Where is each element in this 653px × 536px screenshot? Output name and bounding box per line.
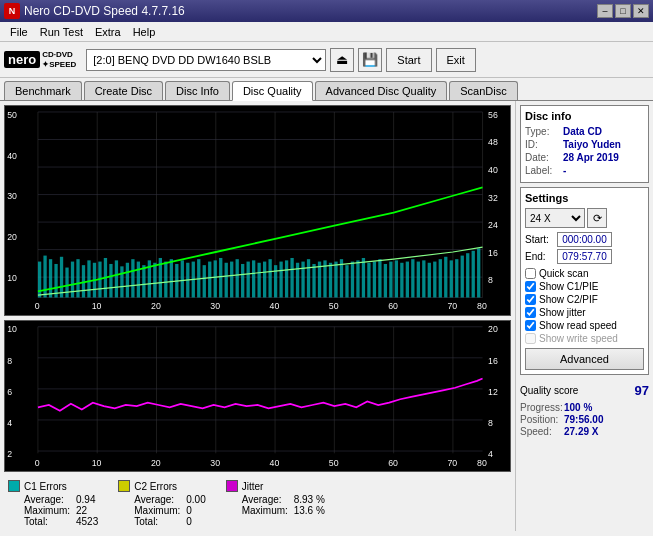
c2-color [118,480,130,492]
show-c1-checkbox[interactable] [525,281,536,292]
menu-extra[interactable]: Extra [89,24,127,40]
minimize-button[interactable]: – [597,4,613,18]
svg-rect-49 [208,262,211,298]
c1-total-key: Total: [24,516,72,527]
tab-benchmark[interactable]: Benchmark [4,81,82,100]
speed-row: 24 X Maximum 4 X 8 X 16 X 32 X ⟳ [525,208,644,228]
show-c1-label: Show C1/PIE [539,281,598,292]
svg-rect-66 [301,262,304,298]
position-key: Position: [520,414,564,425]
menu-run-test[interactable]: Run Test [34,24,89,40]
tab-create-disc[interactable]: Create Disc [84,81,163,100]
svg-text:56: 56 [488,110,498,120]
quick-scan-row: Quick scan [525,268,644,279]
c2-stats: Average: 0.00 Maximum: 0 Total: 0 [118,494,205,527]
svg-text:10: 10 [7,272,17,282]
svg-rect-37 [142,265,145,297]
c2-label: C2 Errors [134,481,177,492]
app-icon: N [4,3,20,19]
close-button[interactable]: ✕ [633,4,649,18]
lower-chart-svg: 20 16 12 8 4 10 8 6 4 2 0 10 20 30 40 50… [5,321,510,471]
show-write-speed-checkbox[interactable] [525,333,536,344]
svg-rect-54 [236,259,239,297]
svg-rect-79 [373,262,376,298]
svg-rect-21 [54,264,57,298]
menubar: File Run Test Extra Help [0,22,653,42]
svg-text:40: 40 [488,165,498,175]
show-c2-checkbox[interactable] [525,294,536,305]
quality-score-row: Quality score 97 [520,383,649,398]
start-button[interactable]: Start [386,48,431,72]
end-time-value: 079:57.70 [557,249,612,264]
end-time-row: End: 079:57.70 [525,249,644,264]
show-jitter-label: Show jitter [539,307,586,318]
svg-rect-50 [214,260,217,297]
speed-selector[interactable]: 24 X Maximum 4 X 8 X 16 X 32 X [525,208,585,228]
svg-text:40: 40 [270,301,280,311]
svg-rect-32 [115,260,118,297]
svg-rect-52 [225,263,228,298]
jitter-max-row: Maximum: 13.6 % [242,505,325,516]
show-jitter-checkbox[interactable] [525,307,536,318]
svg-text:70: 70 [447,301,457,311]
speed-key: Speed: [520,426,564,437]
tab-disc-quality[interactable]: Disc Quality [232,81,313,101]
settings-title: Settings [525,192,644,204]
c2-max-val: 0 [186,505,192,516]
jitter-max-key: Maximum: [242,505,290,516]
advanced-button[interactable]: Advanced [525,348,644,370]
exit-button[interactable]: Exit [436,48,476,72]
disc-type-key: Type: [525,126,563,137]
svg-rect-62 [279,262,282,298]
tab-disc-info[interactable]: Disc Info [165,81,230,100]
position-row: Position: 79:56.00 [520,414,649,425]
c1-max-key: Maximum: [24,505,72,516]
svg-rect-63 [285,260,288,297]
svg-text:8: 8 [7,356,12,366]
svg-text:10: 10 [92,458,102,468]
eject-icon[interactable]: ⏏ [330,48,354,72]
c2-max-row: Maximum: 0 [134,505,205,516]
settings-refresh-icon[interactable]: ⟳ [587,208,607,228]
disc-type-val: Data CD [563,126,602,137]
settings-section: Settings 24 X Maximum 4 X 8 X 16 X 32 X … [520,187,649,375]
jitter-avg-val: 8.93 % [294,494,325,505]
svg-rect-22 [60,257,63,298]
disc-date-key: Date: [525,152,563,163]
svg-rect-83 [395,260,398,297]
disc-info-title: Disc info [525,110,644,122]
disc-label-val: - [563,165,566,176]
svg-rect-75 [351,262,354,298]
svg-text:30: 30 [7,191,17,201]
svg-rect-89 [428,263,431,298]
svg-rect-81 [384,264,387,298]
progress-val: 100 % [564,402,592,413]
svg-text:12: 12 [488,387,498,397]
disc-date-val: 28 Apr 2019 [563,152,619,163]
svg-text:60: 60 [388,301,398,311]
tab-advanced-disc-quality[interactable]: Advanced Disc Quality [315,81,448,100]
svg-rect-64 [290,258,293,297]
show-read-speed-checkbox[interactable] [525,320,536,331]
svg-rect-27 [87,260,90,297]
svg-text:80: 80 [477,458,487,468]
svg-rect-23 [65,268,68,298]
maximize-button[interactable]: □ [615,4,631,18]
menu-help[interactable]: Help [127,24,162,40]
tab-scan-disc[interactable]: ScanDisc [449,81,517,100]
quick-scan-checkbox[interactable] [525,268,536,279]
c2-total-row: Total: 0 [134,516,205,527]
svg-text:6: 6 [7,387,12,397]
save-icon[interactable]: 💾 [358,48,382,72]
drive-selector[interactable]: [2:0] BENQ DVD DD DW1640 BSLB [86,49,326,71]
svg-text:20: 20 [7,232,17,242]
c2-total-val: 0 [186,516,192,527]
progress-section: Progress: 100 % Position: 79:56.00 Speed… [520,402,649,438]
menu-file[interactable]: File [4,24,34,40]
quality-score-label: Quality score [520,385,635,396]
svg-rect-67 [307,259,310,297]
svg-rect-76 [356,260,359,297]
titlebar: N Nero CD-DVD Speed 4.7.7.16 – □ ✕ [0,0,653,22]
svg-rect-88 [422,260,425,297]
upper-chart-svg: 56 48 40 32 24 16 8 50 40 30 20 10 0 10 … [5,106,510,315]
